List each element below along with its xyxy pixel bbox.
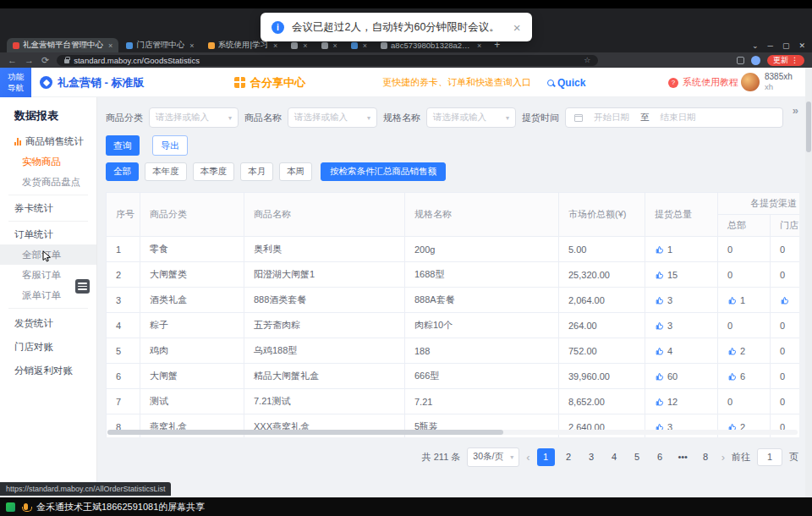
maximize-icon[interactable]: ▢: [782, 41, 790, 50]
tab-close-icon[interactable]: ×: [189, 41, 194, 50]
quick-filter-tab[interactable]: 本月: [240, 162, 273, 181]
window-controls: ⌄ ─ ▢ ✕: [752, 38, 805, 52]
sidebar-item[interactable]: 发货商品盘点: [0, 172, 96, 192]
date-range-picker[interactable]: 开始日期 至 结束日期: [565, 107, 783, 128]
bookmark-icon[interactable]: ☆: [584, 56, 590, 64]
page-number[interactable]: 8: [697, 448, 715, 466]
back-icon[interactable]: ←: [8, 56, 17, 65]
table-cell: 752.00: [559, 338, 645, 364]
column-header[interactable]: 商品名称: [244, 193, 405, 237]
vertical-scrollbar[interactable]: [805, 68, 812, 497]
tutorial-link[interactable]: ? 系统使用教程: [668, 68, 738, 97]
chevron-down-icon: ▾: [367, 114, 370, 122]
share-center-link[interactable]: 合分享中心: [234, 68, 305, 97]
sidebar-item[interactable]: 分销返利对账: [0, 359, 96, 382]
column-header[interactable]: 市场价总额(¥): [559, 193, 645, 237]
table-cell: 200g: [405, 237, 559, 262]
column-header[interactable]: 序号: [107, 193, 140, 237]
sidebar-item[interactable]: 门店对账: [0, 335, 96, 359]
next-page-icon[interactable]: ›: [721, 451, 725, 464]
select-placeholder: 请选择或输入: [156, 112, 209, 124]
table-cell: 测试: [140, 389, 244, 414]
scrollbar-thumb[interactable]: [806, 102, 811, 152]
tab-close-icon[interactable]: ×: [273, 41, 277, 50]
chevron-down-icon: ▾: [510, 453, 513, 461]
main-content: » 商品分类 请选择或输入 ▾ 商品名称 请选择或输入 ▾ 规格名称 请选择或输…: [97, 97, 812, 497]
summary-button[interactable]: 按检索条件汇总商品销售额: [321, 162, 446, 181]
quick-search-link[interactable]: Quick: [547, 68, 585, 97]
table-cell: 4: [107, 313, 140, 338]
quick-filter-tab[interactable]: 本周: [279, 162, 312, 181]
quick-filter-tab[interactable]: 全部: [106, 162, 139, 181]
product-name-select[interactable]: 请选择或输入 ▾: [288, 107, 377, 128]
page-size-select[interactable]: 30条/页 ▾: [467, 447, 519, 467]
collapse-panel-icon[interactable]: »: [793, 104, 798, 117]
sub-column-header[interactable]: 门店: [771, 215, 800, 237]
user-sub: xh: [765, 82, 793, 92]
tab-title: a8c573980b1328a258fd2e6b: [391, 41, 472, 50]
thumbs-up-icon: [655, 397, 664, 407]
sidebar-item-label: 券卡统计: [14, 202, 53, 215]
category-select[interactable]: 请选择或输入 ▾: [149, 107, 239, 128]
forward-icon[interactable]: →: [25, 56, 34, 65]
browser-tab[interactable]: 礼盒营销平台管理中心×: [7, 38, 118, 52]
sidebar-item[interactable]: 商品销售统计: [0, 131, 96, 151]
tab-close-icon[interactable]: ×: [477, 41, 481, 50]
page-ellipsis: •••: [674, 448, 692, 466]
column-header[interactable]: 商品分类: [140, 193, 244, 237]
minimize-icon[interactable]: ─: [768, 41, 773, 50]
page-number[interactable]: 4: [606, 448, 623, 466]
page-number[interactable]: 3: [583, 448, 601, 466]
refresh-icon[interactable]: ⟳: [41, 56, 49, 65]
share-status-text: 金禾通技术王斌18662591081的屏幕共享: [36, 501, 205, 513]
floating-menu-button[interactable]: [75, 279, 90, 294]
browser-tab[interactable]: 门店管理中心×: [120, 38, 200, 52]
prev-page-icon[interactable]: ‹: [526, 451, 529, 464]
tab-close-icon[interactable]: ×: [363, 41, 367, 50]
update-button[interactable]: 更新 ⋮: [767, 55, 804, 66]
window-close-icon[interactable]: ✕: [798, 41, 805, 50]
address-bar[interactable]: standard.maboy.cn/GoodsStatistics ☆: [57, 55, 598, 66]
page-number[interactable]: 6: [651, 448, 669, 466]
page-number[interactable]: 5: [628, 448, 646, 466]
tab-close-icon[interactable]: ×: [108, 41, 112, 50]
func-nav-line2: 导航: [8, 83, 24, 93]
goto-page-input[interactable]: [757, 448, 782, 466]
table-row: 4粽子五芳斋肉粽肉粽10个264.00300: [107, 313, 800, 338]
column-header[interactable]: 规格名称: [405, 193, 559, 237]
toast-close-icon[interactable]: ×: [513, 20, 521, 35]
share-center-label: 合分享中心: [250, 75, 305, 91]
extensions-icon[interactable]: [737, 57, 744, 64]
quick-filter-tab[interactable]: 本年度: [145, 162, 187, 181]
column-header[interactable]: 提货总量: [645, 193, 718, 237]
thumbs-up-icon: [655, 295, 664, 305]
user-avatar[interactable]: [741, 73, 760, 91]
function-nav-button[interactable]: 功能 导航: [0, 68, 31, 97]
sidebar-item[interactable]: 券卡统计: [0, 198, 96, 218]
scrollbar-thumb[interactable]: [107, 430, 503, 435]
thumbs-up-icon: [655, 244, 664, 255]
filter-label-date: 提货时间: [522, 112, 559, 124]
divider: [8, 221, 88, 222]
horizontal-scrollbar[interactable]: [107, 430, 798, 435]
tutorial-label: 系统使用教程: [683, 76, 738, 89]
window-top-strip: [0, 0, 812, 8]
tab-close-icon[interactable]: ×: [303, 41, 307, 50]
sidebar-item[interactable]: 订单统计: [0, 224, 96, 244]
page-number[interactable]: 2: [560, 448, 578, 466]
sub-column-header[interactable]: 总部: [718, 215, 771, 237]
tab-search-icon[interactable]: ⌄: [752, 41, 759, 50]
page-number[interactable]: 1: [537, 448, 555, 466]
export-button[interactable]: 导出: [152, 135, 188, 156]
spec-select[interactable]: 请选择或输入 ▾: [426, 107, 516, 128]
sidebar-item[interactable]: 发货统计: [0, 311, 96, 335]
sidebar-item-label: 门店对账: [14, 341, 53, 354]
quick-filter-tab[interactable]: 本季度: [193, 162, 235, 181]
table-cell: 60: [645, 364, 718, 389]
microphone-icon: [24, 503, 28, 510]
sidebar-item[interactable]: 实物商品: [0, 151, 96, 172]
browser-profile-icon[interactable]: [751, 56, 760, 65]
table-cell: 888A套餐: [405, 288, 559, 313]
search-button[interactable]: 查询: [106, 135, 140, 156]
tab-close-icon[interactable]: ×: [333, 41, 337, 50]
